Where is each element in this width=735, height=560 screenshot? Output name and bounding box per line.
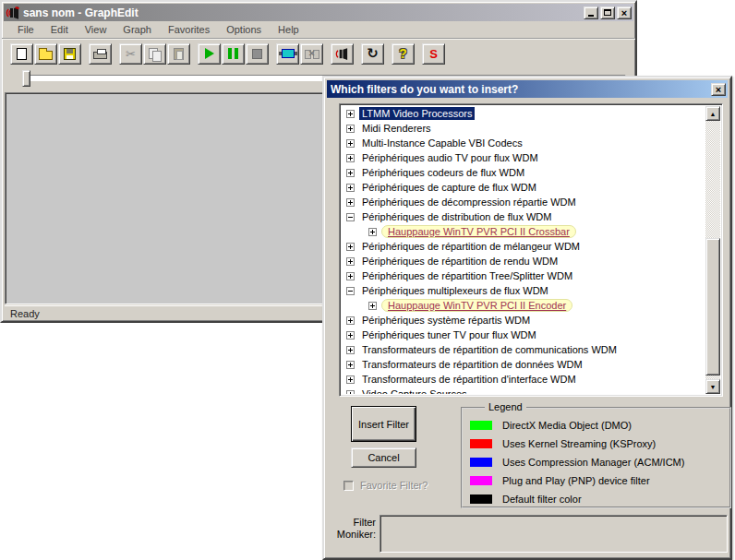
tree-item-label[interactable]: Périphériques de répartition de mélangeu… [359,240,583,253]
expand-icon[interactable] [346,198,355,207]
tree-item[interactable]: Périphériques audio TV pour flux WDM [342,150,705,165]
expand-icon[interactable] [346,243,355,251]
expand-icon[interactable] [346,169,355,177]
disconnect-button[interactable]: ✕ [300,43,323,65]
expand-icon[interactable] [368,228,377,236]
copy-button[interactable] [143,43,166,65]
tree-item[interactable]: Hauppauge WinTV PVR PCI II Encoder [342,298,705,313]
favorite-filter-checkbox[interactable] [343,481,354,491]
legend-groupbox: Legend DirectX Media Object (DMO) Uses K… [461,407,731,508]
paste-button[interactable] [167,43,190,65]
tree-item-label[interactable]: Périphériques de répartition de rendu WD… [359,255,560,268]
expand-icon[interactable] [346,257,355,266]
tree-item[interactable]: Périphériques de décompression répartie … [342,195,705,209]
tree-item[interactable]: LTMM Video Processors [342,106,705,121]
tree-item-label[interactable]: Hauppauge WinTV PVR PCI II Encoder [381,299,572,312]
graphedit-button[interactable] [331,43,354,65]
expand-icon[interactable] [346,139,355,148]
tree-item-label[interactable]: Hauppauge WinTV PVR PCI II Crossbar [381,225,576,238]
maximize-button[interactable] [600,6,615,19]
tree-item[interactable]: Périphériques système répartis WDM [342,313,705,328]
tree-item[interactable]: Périphériques de répartition de mélangeu… [342,239,705,254]
refresh-button[interactable]: ↻ [361,43,384,65]
help-button[interactable]: ? [392,43,415,65]
expand-icon[interactable] [346,110,355,118]
tree-item[interactable]: Multi-Instance Capable VBI Codecs [342,136,705,150]
tree-item-label[interactable]: Transformateurs de répartition de commun… [359,343,620,356]
pause-button[interactable] [222,43,245,65]
collapse-icon[interactable] [346,287,355,295]
expand-icon[interactable] [346,361,355,369]
insert-filters-dialog: Which filters do you want to insert? × L… [322,76,732,560]
expand-icon[interactable] [346,154,355,162]
expand-icon[interactable] [346,125,355,133]
tree-item[interactable]: Périphériques de répartition de rendu WD… [342,254,705,268]
tree-item-label[interactable]: Périphériques système répartis WDM [359,314,533,327]
tree-item[interactable]: Hauppauge WinTV PVR PCI II Crossbar [342,224,705,239]
menu-graph[interactable]: Graph [114,22,160,37]
tree-item[interactable]: Video Capture Sources [342,387,705,394]
tree-item-label[interactable]: Midi Renderers [359,122,434,135]
dialog-titlebar[interactable]: Which filters do you want to insert? × [327,80,728,98]
expand-icon[interactable] [346,390,355,395]
menu-help[interactable]: Help [270,22,307,37]
menu-view[interactable]: View [77,22,115,37]
tree-item-label[interactable]: Périphériques audio TV pour flux WDM [359,151,541,164]
minimize-button[interactable] [584,6,598,19]
close-button[interactable]: × [617,6,632,19]
cancel-button[interactable]: Cancel [351,447,416,468]
tree-item-label[interactable]: Multi-Instance Capable VBI Codecs [359,137,525,149]
tree-item[interactable]: Transformateurs de répartition de commun… [342,342,705,357]
tree-item[interactable]: Périphériques tuner TV pour flux WDM [342,328,705,342]
insert-filter-button[interactable]: Insert Filter [351,406,416,442]
tree-item-label[interactable]: LTMM Video Processors [359,107,475,120]
scroll-up-button[interactable]: ▲ [705,106,720,121]
tree-item-label[interactable]: Périphériques de distribution de flux WD… [359,210,554,223]
open-button[interactable] [34,43,57,65]
collapse-icon[interactable] [346,213,355,221]
tree-item-label[interactable]: Périphériques tuner TV pour flux WDM [359,328,539,341]
tree-item[interactable]: Transformateurs de répartition de donnée… [342,357,705,372]
tree-item[interactable]: Périphériques de répartition Tree/Splitt… [342,268,705,283]
tree-item-label[interactable]: Périphériques codeurs de flux WDM [359,166,527,179]
expand-icon[interactable] [346,331,355,340]
tree-item-label[interactable]: Transformateurs de répartition de donnée… [359,358,585,371]
print-button[interactable] [89,43,112,65]
cut-button[interactable]: ✂ [119,43,142,65]
new-button[interactable] [10,43,33,65]
expand-icon[interactable] [368,302,377,310]
tree-item-label[interactable]: Périphériques de décompression répartie … [359,196,579,209]
save-button[interactable] [58,43,81,65]
seek-thumb[interactable] [22,70,30,87]
tree-item-label[interactable]: Périphériques de capture de flux WDM [359,181,539,194]
expand-icon[interactable] [346,346,355,354]
tree-item[interactable]: Périphériques multiplexeurs de flux WDM [342,283,705,298]
scrollbar-thumb[interactable] [705,238,720,375]
tree-item[interactable]: Transformateurs de répartition d'interfa… [342,372,705,387]
tree-item[interactable]: Périphériques de capture de flux WDM [342,180,705,195]
tree-scrollbar[interactable]: ▲ ▼ [705,106,720,394]
filter-moniker-field[interactable] [380,515,728,553]
tree-item-label[interactable]: Transformateurs de répartition d'interfa… [359,373,579,386]
tree-item-label[interactable]: Périphériques de répartition Tree/Splitt… [359,269,575,282]
tree-item[interactable]: Périphériques de distribution de flux WD… [342,209,705,224]
stop-button[interactable] [246,43,269,65]
tree-item-label[interactable]: Video Capture Sources [359,387,470,394]
dialog-close-button[interactable]: × [711,83,726,96]
stats-button[interactable]: S [422,43,445,65]
tree-item[interactable]: Midi Renderers [342,121,705,136]
insert-filter-toolbar-button[interactable] [276,43,299,65]
menu-options[interactable]: Options [218,22,270,37]
menu-edit[interactable]: Edit [42,22,77,37]
tree-item-label[interactable]: Périphériques multiplexeurs de flux WDM [359,284,551,297]
expand-icon[interactable] [346,316,355,325]
scroll-down-button[interactable]: ▼ [705,379,720,394]
menu-file[interactable]: File [9,22,42,37]
tree-item[interactable]: Périphériques codeurs de flux WDM [342,165,705,180]
expand-icon[interactable] [346,272,355,280]
expand-icon[interactable] [346,184,355,192]
main-titlebar[interactable]: sans nom - GraphEdit × [4,4,633,21]
expand-icon[interactable] [346,375,355,384]
menu-favorites[interactable]: Favorites [160,22,218,37]
play-button[interactable] [198,43,221,65]
